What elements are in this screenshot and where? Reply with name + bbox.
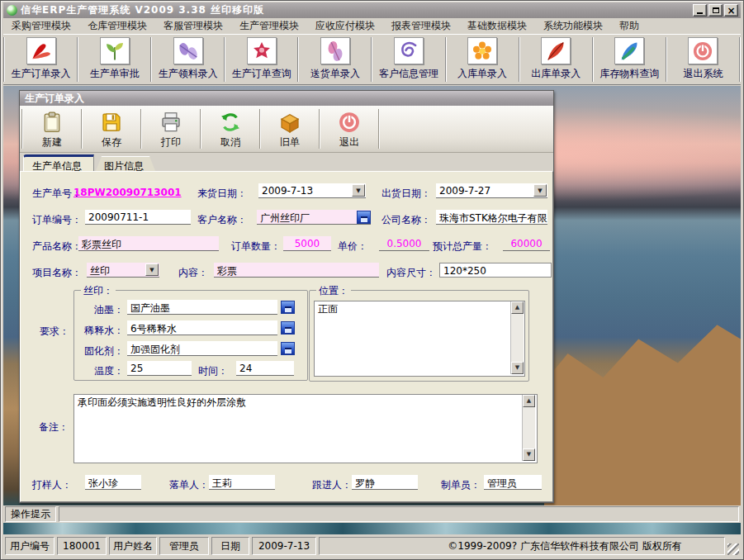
power-icon [337,110,362,135]
remark-scrollbar[interactable]: ▲ ▼ [522,395,535,461]
save-button[interactable]: 保存 [83,106,140,152]
qty-label: 订单数量： [231,240,281,254]
coastal-rocks [544,282,741,521]
chevron-down-icon[interactable]: ▼ [533,184,547,197]
app-window: 信华ERP生产管理系统 V2009 3.38 丝印移印版 × 采购管理模块 仓库… [0,0,744,560]
customer-field[interactable]: 广州丝印厂 [257,210,371,225]
ocean-foam [3,521,741,534]
ink-field[interactable]: 国产油墨 [127,300,277,315]
menu-item-help[interactable]: 帮助 [611,17,647,35]
menu-item-production[interactable]: 生产管理模块 [231,17,307,35]
follower-field[interactable]: 罗静 [352,475,418,490]
incoming-date-select[interactable]: 2009-7-13 ▼ [258,183,366,198]
position-group-title: 位置： [316,284,351,298]
inventory-query-button[interactable]: 库存物料查询 [594,35,666,84]
user-name-label: 用户姓名 [109,537,157,555]
content-field[interactable]: 彩票 [214,263,379,278]
outbound-entry-button[interactable]: 出库单录入 [520,35,592,84]
pdf-ribbon-icon [26,37,56,64]
dialog-title-bar[interactable]: 生产订单录入 [20,91,553,106]
power-icon [688,37,718,64]
print-button[interactable]: 打印 [142,106,200,152]
printer-icon [159,110,183,135]
placer-label: 落单人： [169,478,209,492]
table-lookup-icon [361,216,367,222]
project-select[interactable]: 丝印 ▼ [87,263,159,278]
exit-system-button[interactable]: 退出系统 [667,35,739,84]
production-order-query-button[interactable]: 生产订单查询 [225,35,297,84]
minimize-button[interactable] [693,4,707,17]
customer-lookup-button[interactable] [357,211,371,224]
company-field[interactable]: 珠海市STK格尔电子有限 [436,210,547,225]
temp-label: 温度： [74,364,124,378]
ink-lookup-button[interactable] [281,301,295,314]
scroll-down-icon[interactable]: ▼ [511,362,524,374]
product-label: 产品名称： [32,240,82,254]
thinner-field[interactable]: 6号稀释水 [127,320,277,335]
tab-picture-info[interactable]: 图片信息 [96,156,155,171]
exit-button[interactable]: 退出 [320,106,378,152]
position-scrollbar[interactable]: ▲ ▼ [510,301,524,374]
sampler-field[interactable]: 张小珍 [85,475,141,490]
customer-info-management-button[interactable]: 客户信息管理 [372,35,444,84]
position-group: 位置： 正面 ▲ ▼ [309,290,529,382]
sampler-label: 打样人： [32,478,72,492]
content-size-label: 内容尺寸： [386,266,436,280]
est-total-label: 预计总产量： [433,240,492,254]
ship-date-select[interactable]: 2009-7-27 ▼ [436,183,547,198]
position-textarea[interactable]: 正面 [314,301,525,377]
red-flower-icon [247,37,277,64]
production-order-approval-button[interactable]: 生产单审批 [78,35,150,84]
order-id-field[interactable]: 20090711-1 [85,210,191,225]
material-requisition-entry-button[interactable]: 生产领料录入 [152,35,224,84]
qty-field[interactable]: 5000 [283,236,331,251]
menu-item-reports[interactable]: 报表管理模块 [383,17,459,35]
scroll-down-icon[interactable]: ▼ [523,448,535,461]
hardener-label: 固化剂： [74,344,124,358]
placer-field[interactable]: 王莉 [209,475,275,490]
product-field[interactable]: 彩票丝印 [78,236,219,251]
chevron-down-icon[interactable]: ▼ [145,263,159,276]
cancel-button[interactable]: 取消 [201,106,259,152]
maker-field[interactable]: 管理员 [484,475,542,490]
tab-production-order-info[interactable]: 生产单信息 [23,154,94,171]
chevron-down-icon[interactable]: ▼ [352,184,365,197]
time-field[interactable]: 24 [236,361,294,376]
old-order-button[interactable]: 旧单 [261,106,319,152]
price-field[interactable]: 0.5000 [379,236,429,251]
close-button[interactable]: × [724,4,738,17]
hardener-field[interactable]: 加强固化剂 [127,341,277,356]
purple-swirl-icon [394,37,424,64]
production-order-form: 生产单号： 18PW20090713001 来货日期： 2009-7-13 ▼ … [20,171,553,502]
maximize-button[interactable] [708,4,723,17]
inbound-entry-button[interactable]: 入库单录入 [447,35,519,84]
hardener-lookup-button[interactable] [281,342,295,355]
delivery-note-entry-button[interactable]: 送货单录入 [299,35,371,84]
menu-item-customer-service[interactable]: 客服管理模块 [155,17,231,35]
dialog-tabs: 生产单信息 图片信息 [20,153,553,171]
menu-item-base-data[interactable]: 基础数据模块 [459,17,535,35]
scroll-up-icon[interactable]: ▲ [523,395,535,407]
customer-label: 客户名称： [197,213,247,227]
temp-field[interactable]: 25 [127,361,192,376]
scroll-up-icon[interactable]: ▲ [511,301,524,314]
menu-item-warehouse[interactable]: 仓库管理模块 [79,17,155,35]
menu-item-ar-ap[interactable]: 应收应付模块 [307,17,383,35]
est-total-field[interactable]: 60000 [503,236,550,251]
production-order-entry-button[interactable]: 生产订单录入 [5,35,77,84]
maker-label: 制单员： [441,478,481,492]
content-size-field[interactable]: 120*250 [439,263,552,278]
main-toolbar: 生产订单录入 生产单审批 生产领料录入 生产订单查询 送货单录入 客户信息管理 [3,34,741,85]
user-id-label: 用户编号 [5,537,54,555]
remark-label: 备注： [39,420,69,434]
remark-textarea[interactable]: 承印面必须实施透明性良好的外层涂敷 [73,394,538,463]
orange-flower-icon [467,37,497,64]
user-id-value: 180001 [57,537,107,555]
menu-item-purchase[interactable]: 采购管理模块 [3,17,79,35]
window-title: 信华ERP生产管理系统 V2009 3.38 丝印移印版 [21,3,691,17]
copyright-text: ©1999-2009? 广东信华软件科技有限公司 版权所有 [319,537,725,555]
new-button[interactable]: 新建 [23,106,81,152]
resize-grip[interactable] [727,543,739,555]
thinner-lookup-button[interactable] [281,321,295,335]
menu-item-system[interactable]: 系统功能模块 [535,17,611,35]
